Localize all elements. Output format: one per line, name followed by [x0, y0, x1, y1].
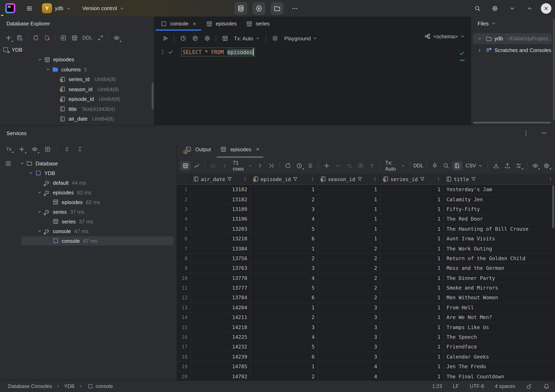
row-number-cell[interactable]: 14: [177, 312, 191, 322]
add-service-button[interactable]: [16, 144, 27, 154]
close-tab-icon[interactable]: [255, 147, 260, 152]
season-id-cell[interactable]: 2: [318, 254, 380, 263]
grid-row[interactable]: 18 14239 6 3 1 Calendar Geeks: [177, 352, 555, 362]
episode-id-cell[interactable]: 3: [250, 263, 318, 273]
episode-id-cell[interactable]: 6: [250, 293, 318, 303]
episode-id-cell[interactable]: 4: [250, 273, 318, 283]
files-tool-button[interactable]: [271, 2, 284, 15]
title-cell[interactable]: The Work Outing: [444, 244, 555, 253]
season-id-cell[interactable]: 3: [318, 332, 380, 342]
next-page-button[interactable]: [255, 161, 265, 171]
episode-id-cell[interactable]: 4: [250, 332, 318, 342]
title-cell[interactable]: The Haunting of Bill Crouse: [444, 224, 555, 233]
episode-id-cell[interactable]: 2: [250, 254, 318, 263]
air-date-cell[interactable]: 14204: [191, 303, 250, 312]
services-tool-button[interactable]: [253, 2, 265, 15]
services-tree-row[interactable]: YDB: [0, 168, 177, 178]
files-vertical-scrollbar[interactable]: [553, 19, 555, 120]
grid-row[interactable]: 11 13777 5 2 1 Smoke and Mirrors: [177, 283, 555, 293]
grid-row[interactable]: 15 14218 3 3 1 Tramps Like Us: [177, 322, 555, 332]
filter-icon[interactable]: [419, 176, 425, 182]
close-tab-icon[interactable]: [192, 21, 197, 26]
in-editor-results-button[interactable]: [219, 33, 230, 44]
window-collapse-button[interactable]: [506, 2, 518, 14]
chevron-down-icon[interactable]: [36, 208, 43, 215]
series-id-cell[interactable]: 1: [380, 254, 444, 263]
grid-row[interactable]: 20 14792 2 4 1 The Final Countdown: [177, 372, 555, 380]
sort-icon[interactable]: [548, 177, 553, 181]
series-id-cell[interactable]: 1: [380, 352, 444, 361]
season-id-cell[interactable]: 1: [318, 195, 380, 204]
air-date-cell[interactable]: 13770: [191, 273, 250, 283]
grid-row[interactable]: 8 13756 2 2 1 Return of the Golden Child: [177, 254, 555, 263]
episode-id-cell[interactable]: 4: [250, 214, 318, 224]
title-cell[interactable]: Yesterday's Jam: [444, 185, 555, 194]
episode-id-cell[interactable]: 5: [250, 224, 318, 233]
row-number-cell[interactable]: 13: [177, 303, 191, 312]
delete-row-button[interactable]: [333, 161, 343, 171]
run-button[interactable]: [160, 33, 171, 44]
episode-id-cell[interactable]: 1: [250, 244, 318, 253]
filter-icon[interactable]: [227, 176, 232, 182]
episode-id-cell[interactable]: 1: [250, 185, 318, 194]
panel-options-button[interactable]: [520, 128, 531, 138]
grid-row[interactable]: 4 13196 4 1 1 The Red Door: [177, 214, 555, 224]
editor-tab[interactable]: series: [241, 16, 274, 31]
title-cell[interactable]: Men Without Women: [444, 293, 555, 303]
grid-column-header[interactable]: episode_id: [250, 174, 318, 184]
grid-row[interactable]: 2 13182 2 1 1 Calamity Jen: [177, 195, 555, 204]
title-cell[interactable]: Tramps Like Us: [444, 322, 555, 332]
series-id-cell[interactable]: 1: [380, 372, 444, 380]
search-button[interactable]: [441, 161, 452, 171]
title-cell[interactable]: The Speech: [444, 332, 555, 342]
grid-column-header[interactable]: title: [444, 174, 555, 184]
season-id-cell[interactable]: 1: [318, 204, 380, 214]
console-settings-button[interactable]: [202, 33, 212, 44]
inspection-status-check-icon[interactable]: [457, 48, 467, 58]
air-date-cell[interactable]: 13210: [191, 234, 250, 243]
series-id-cell[interactable]: 1: [380, 224, 444, 233]
row-number-cell[interactable]: 6: [177, 234, 191, 243]
line-separator-widget[interactable]: LF: [453, 384, 459, 389]
new-console-button[interactable]: [42, 144, 53, 154]
episode-id-cell[interactable]: 6: [250, 234, 318, 243]
season-id-cell[interactable]: 2: [318, 283, 380, 293]
project-widget[interactable]: Y ydb: [42, 3, 71, 13]
grid-row[interactable]: 3 13189 3 1 1 Fifty-Fifty: [177, 204, 555, 214]
ddl-button[interactable]: DDL: [80, 32, 94, 43]
row-number-cell[interactable]: 10: [177, 273, 191, 283]
refresh-button[interactable]: [30, 32, 41, 43]
season-id-cell[interactable]: 1: [318, 185, 380, 194]
series-id-cell[interactable]: 1: [380, 342, 444, 352]
tree-row-columns-folder[interactable]: columns 5: [0, 65, 154, 74]
execution-time-button[interactable]: [294, 161, 304, 171]
air-date-cell[interactable]: 14792: [191, 372, 250, 380]
breadcrumb-item[interactable]: YDB: [54, 384, 74, 389]
grid-column-header[interactable]: series_id: [380, 174, 444, 184]
episode-id-cell[interactable]: 2: [250, 195, 318, 204]
episode-id-cell[interactable]: 3: [250, 204, 318, 214]
tx-mode-select[interactable]: Tx: Auto: [232, 35, 262, 41]
title-cell[interactable]: From Hell: [444, 303, 555, 312]
row-number-cell[interactable]: 5: [177, 224, 191, 233]
chevron-right-icon[interactable]: [476, 47, 483, 54]
files-horizontal-scrollbar[interactable]: [473, 122, 551, 123]
air-date-cell[interactable]: 14232: [191, 342, 250, 352]
results-tab[interactable]: ▼ Output: [180, 141, 215, 158]
season-id-cell[interactable]: 3: [318, 312, 380, 322]
breadcrumb-item[interactable]: console: [76, 383, 113, 390]
services-tree-row[interactable]: console 47 ms: [0, 226, 177, 236]
season-id-cell[interactable]: 1: [318, 234, 380, 243]
series-id-cell[interactable]: 1: [380, 185, 444, 194]
series-id-cell[interactable]: 1: [380, 204, 444, 214]
title-cell[interactable]: Are We Not Men?: [444, 312, 555, 322]
tree-row-column[interactable]: series_id Uint64(8): [0, 74, 154, 84]
services-tree-row[interactable]: episodes 62 ms: [0, 188, 177, 197]
commit-button[interactable]: [367, 161, 377, 171]
row-number-cell[interactable]: 9: [177, 263, 191, 273]
revert-button[interactable]: [344, 161, 355, 171]
title-cell[interactable]: Smoke and Mirrors: [444, 283, 555, 293]
row-number-cell[interactable]: 7: [177, 244, 191, 253]
row-number-cell[interactable]: 8: [177, 254, 191, 263]
pin-tab-button[interactable]: [430, 161, 440, 171]
